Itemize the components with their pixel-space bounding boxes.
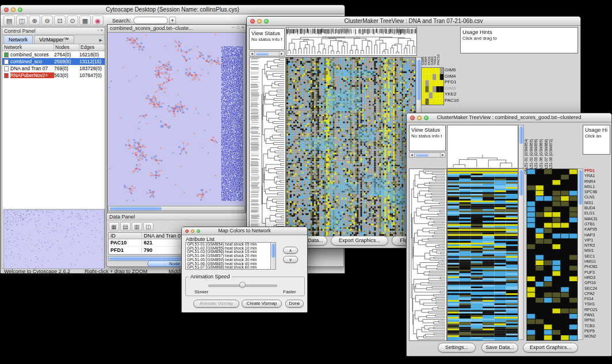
gene-label[interactable]: CLN1 <box>584 195 611 200</box>
map-dialog-titlebar[interactable]: Map Colors to Network <box>182 227 307 235</box>
gene-label[interactable]: VIP1 <box>584 238 611 243</box>
gene-label[interactable]: GIM3 <box>445 86 460 92</box>
gene-label[interactable]: SEC24 <box>584 286 611 292</box>
save-data-button[interactable]: Save Data... <box>481 343 518 352</box>
close-icon[interactable] <box>4 7 9 12</box>
gene-label[interactable]: RPO21 <box>584 308 611 313</box>
network-canvas[interactable] <box>108 33 245 205</box>
gene-label[interactable]: SEC1 <box>584 254 611 259</box>
database-icon[interactable]: ◫ <box>143 222 154 231</box>
gene-label[interactable]: RPN1 <box>584 318 611 323</box>
col-nodes[interactable]: Nodes <box>54 44 79 51</box>
export-graphics-button[interactable]: Export Graphics... <box>331 236 388 246</box>
network-list-item[interactable]: RNAPuberNov2+563(0)107847(0) <box>2 72 105 79</box>
mini-hscrollbar[interactable]: ◀▶ <box>409 152 446 158</box>
network-hscrollbar[interactable] <box>108 206 245 211</box>
gene-label[interactable]: NTR2 <box>584 243 611 248</box>
close-icon[interactable] <box>410 116 415 120</box>
zoom-selected-icon[interactable]: ⊙ <box>67 16 78 25</box>
zoom-in-icon[interactable]: ⊕ <box>29 16 40 25</box>
gene-label[interactable]: MAK31 <box>584 217 611 222</box>
open-session-icon[interactable]: ▤ <box>3 16 15 25</box>
done-button[interactable]: Done <box>285 300 304 308</box>
gene-label[interactable]: PEP5 <box>584 329 611 334</box>
column-dendrogram[interactable] <box>286 27 417 56</box>
gene-label[interactable]: CPA2 <box>584 292 611 297</box>
gene-label[interactable]: YRA1 <box>584 174 611 179</box>
gene-label[interactable]: MON2 <box>584 334 611 339</box>
treeview-dna-titlebar[interactable]: ClusterMaker TreeView : DNA and Tran 07-… <box>247 17 580 26</box>
col-id[interactable]: ID <box>109 233 142 239</box>
attribute-table-icon[interactable]: ▦ <box>109 222 119 231</box>
gene-label[interactable]: RNR4 <box>584 179 611 185</box>
grid-icon[interactable]: ▥ <box>132 222 142 231</box>
treeview-combined-titlebar[interactable]: ClusterMaker TreeView : combined_scores_… <box>407 113 611 122</box>
gene-label[interactable]: BUD4 <box>584 206 611 211</box>
heatmap-global-view[interactable] <box>286 57 416 236</box>
gene-label[interactable]: YSH1 <box>584 302 611 307</box>
gene-label[interactable]: PAC10 <box>445 98 460 104</box>
col-edges[interactable]: Edges <box>79 44 105 51</box>
gene-label[interactable]: GPI16 <box>584 281 611 286</box>
mini-hscrollbar[interactable]: ◀▶ <box>249 51 285 56</box>
top-vscrollbar[interactable] <box>518 125 524 168</box>
float-icon[interactable]: ▫ <box>97 28 99 33</box>
move-down-button[interactable]: ∨ <box>283 256 298 263</box>
annotation-icon[interactable]: ▦ <box>79 16 91 25</box>
save-session-icon[interactable]: ◫ <box>16 16 28 25</box>
attribute-list[interactable]: GPL51-01 (GSM854) heat shock 05 minGPL51… <box>185 242 276 270</box>
close-icon[interactable] <box>185 229 189 233</box>
gene-label[interactable]: MSL1 <box>584 185 611 190</box>
snapshot-icon[interactable]: ◉ <box>92 16 104 25</box>
gene-label[interactable]: PFD1 <box>445 79 460 86</box>
gene-label[interactable]: GIM4 <box>445 74 460 80</box>
gene-label[interactable]: TCB3 <box>584 324 611 329</box>
gene-label[interactable]: GIM5 <box>445 67 460 74</box>
gene-label[interactable]: HRD3 <box>584 275 611 281</box>
create-vizmap-button[interactable]: Create Vizmap <box>242 300 282 308</box>
gene-label[interactable]: NIS1 <box>584 201 611 206</box>
attribute-list-vscrollbar[interactable] <box>270 242 276 270</box>
matrix-icon[interactable]: ▤ <box>120 222 131 231</box>
slider-thumb[interactable] <box>239 282 246 288</box>
gene-label[interactable]: FIG4 <box>584 297 611 302</box>
gene-label[interactable]: PUF3 <box>584 270 611 275</box>
move-up-button[interactable]: ∧ <box>283 247 298 254</box>
network-list-item[interactable]: combined_sco2569(6)13112(15) <box>2 58 105 65</box>
gene-label[interactable]: GTB1 <box>584 222 611 227</box>
settings-button[interactable]: Settings... <box>438 343 476 352</box>
col-network[interactable]: Network <box>2 44 54 51</box>
row-dendrogram[interactable] <box>409 168 447 341</box>
zoom-out-icon[interactable]: ⊖ <box>41 16 53 25</box>
zoom-fit-icon[interactable]: ⊡ <box>54 16 66 25</box>
attribute-item[interactable]: GPL51-07 (GSM868) heat shock 60 min <box>186 266 276 270</box>
network-list-item[interactable]: combined_scores2764(0)16218(0) <box>2 51 105 58</box>
gene-label[interactable]: ELG1 <box>584 211 611 216</box>
frame-controls[interactable]: ─ □ × <box>232 25 244 29</box>
heatmap-vscrollbar[interactable] <box>518 168 524 340</box>
export-graphics-button[interactable]: Export Graphics... <box>523 343 578 352</box>
gene-label[interactable]: YKE2 <box>445 91 460 98</box>
gene-label[interactable]: SPC98 <box>584 190 611 195</box>
heatmap-zoom-view[interactable] <box>421 67 444 105</box>
close-icon[interactable]: × <box>100 28 103 33</box>
column-dendrogram[interactable] <box>447 125 518 168</box>
network-list-item[interactable]: DNA and Tran 07769(0)183728(0) <box>2 65 105 72</box>
main-titlebar[interactable]: Cytoscape Desktop (Session Name: collins… <box>1 5 345 14</box>
gene-label[interactable]: PFD1 <box>584 168 611 174</box>
network-overview-thumbnail[interactable] <box>3 209 105 269</box>
heatmap-zoom-view[interactable] <box>526 168 578 341</box>
tab-network[interactable]: Network <box>3 35 33 44</box>
tab-overflow-icon[interactable]: ▶ <box>97 38 105 44</box>
zoom-vscrollbar[interactable] <box>577 168 583 340</box>
search-input[interactable] <box>133 17 168 24</box>
row-dendrogram[interactable] <box>249 57 286 236</box>
search-dropdown-icon[interactable]: ▾ <box>169 17 176 24</box>
gene-label[interactable]: PHO81 <box>584 265 611 270</box>
gene-label[interactable]: PAN1 <box>584 313 611 318</box>
animate-vizmap-button[interactable]: Animate Vizmap <box>193 300 239 308</box>
network-view-titlebar[interactable]: combined_scores_good.txt--cluste... ─ □ … <box>108 25 246 33</box>
heatmap-global-view[interactable] <box>447 171 518 341</box>
close-icon[interactable] <box>250 19 255 24</box>
gene-label[interactable]: HMG1 <box>584 259 611 265</box>
